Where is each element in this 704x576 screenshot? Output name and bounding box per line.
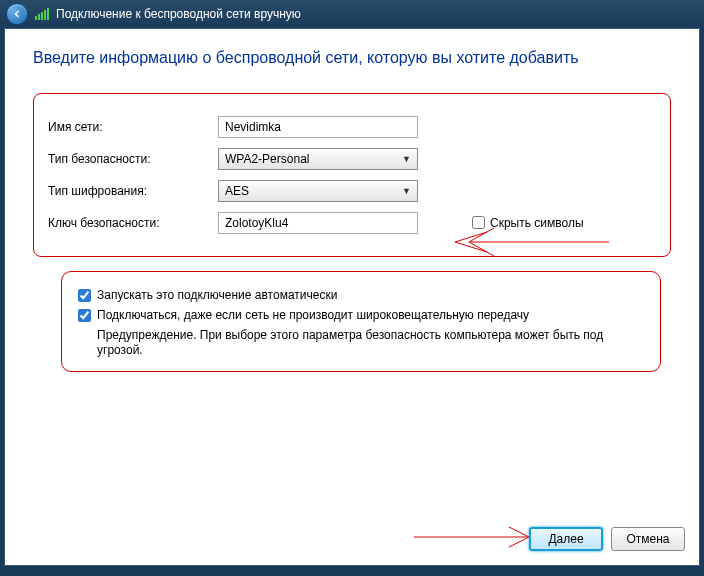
titlebar: Подключение к беспроводной сети вручную	[0, 0, 704, 28]
svg-line-11	[509, 527, 529, 537]
chevron-down-icon: ▼	[402, 186, 411, 196]
security-key-input[interactable]	[218, 212, 418, 234]
wizard-window: Введите информацию о беспроводной сети, …	[4, 28, 700, 566]
ssid-label: Имя сети:	[48, 120, 218, 134]
cancel-button[interactable]: Отмена	[611, 527, 685, 551]
security-type-select[interactable]: WPA2-Personal ▼	[218, 148, 418, 170]
hide-chars-checkbox[interactable]	[472, 216, 485, 229]
encryption-type-label: Тип шифрования:	[48, 184, 218, 198]
hide-chars-option[interactable]: Скрыть символы	[472, 216, 584, 230]
connect-hidden-checkbox[interactable]	[78, 309, 91, 322]
security-key-label: Ключ безопасности:	[48, 216, 218, 230]
hide-chars-label: Скрыть символы	[490, 216, 584, 230]
annotation-arrow-icon	[409, 519, 549, 555]
svg-rect-2	[41, 12, 43, 20]
security-type-label: Тип безопасности:	[48, 152, 218, 166]
options-group-annotated: Запускать это подключение автоматически …	[61, 271, 661, 372]
svg-line-12	[509, 537, 529, 547]
form-group-annotated: Имя сети: Тип безопасности: WPA2-Persona…	[33, 93, 671, 257]
svg-rect-4	[47, 8, 49, 20]
connect-hidden-label: Подключаться, даже если сеть не производ…	[97, 308, 529, 322]
svg-rect-1	[38, 14, 40, 20]
footer-buttons: Далее Отмена	[529, 527, 685, 551]
back-button[interactable]	[6, 3, 28, 25]
security-type-value: WPA2-Personal	[225, 152, 309, 166]
ssid-input[interactable]	[218, 116, 418, 138]
next-button[interactable]: Далее	[529, 527, 603, 551]
page-heading: Введите информацию о беспроводной сети, …	[33, 47, 671, 69]
auto-connect-checkbox[interactable]	[78, 289, 91, 302]
wifi-icon	[34, 7, 50, 21]
chevron-down-icon: ▼	[402, 154, 411, 164]
encryption-type-select[interactable]: AES ▼	[218, 180, 418, 202]
encryption-type-value: AES	[225, 184, 249, 198]
auto-connect-label: Запускать это подключение автоматически	[97, 288, 337, 302]
warning-text: Предупреждение. При выборе этого парамет…	[97, 328, 644, 359]
arrow-left-icon	[11, 8, 23, 20]
svg-rect-3	[44, 10, 46, 20]
window-title: Подключение к беспроводной сети вручную	[56, 7, 301, 21]
svg-rect-0	[35, 16, 37, 20]
